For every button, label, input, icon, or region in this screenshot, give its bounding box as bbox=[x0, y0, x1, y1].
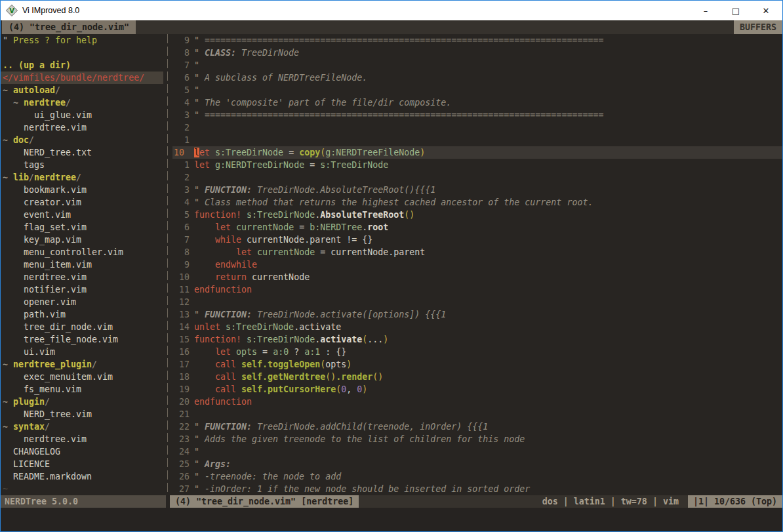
maximize-button[interactable]: □ bbox=[721, 1, 751, 20]
tree-item[interactable]: fs_menu.vim bbox=[1, 383, 163, 396]
code-line[interactable]: 6 let currentNode = b:NERDTree.root bbox=[172, 221, 782, 234]
code-line[interactable]: 5function! s:TreeDirNode.AbsoluteTreeRoo… bbox=[172, 209, 782, 221]
code-line[interactable]: 12 bbox=[172, 296, 782, 308]
tree-item[interactable]: ~ doc/ bbox=[1, 134, 163, 146]
code-line[interactable]: 18 call self.getNerdtree().render() bbox=[172, 371, 782, 383]
text-segment: syntax bbox=[13, 422, 45, 432]
code-line[interactable]: 10let s:TreeDirNode = copy(g:NERDTreeFil… bbox=[172, 146, 782, 159]
code-line[interactable]: 1 bbox=[172, 134, 782, 146]
text-segment: call bbox=[215, 372, 236, 382]
command-line[interactable] bbox=[1, 508, 782, 531]
code-line[interactable]: 10 return currentNode bbox=[172, 271, 782, 283]
tree-item[interactable]: ~ plugin/ bbox=[1, 396, 163, 408]
tree-item[interactable]: NERD_tree.vim bbox=[1, 408, 163, 420]
code-line[interactable]: 23" Adds the given treenode to the list … bbox=[172, 433, 782, 445]
tree-item[interactable] bbox=[1, 47, 163, 59]
tree-item[interactable]: ~ nerdtree_plugin/ bbox=[1, 358, 163, 371]
tree-item[interactable]: tree_dir_node.vim bbox=[1, 321, 163, 333]
close-button[interactable]: ✕ bbox=[751, 1, 781, 20]
code-line[interactable]: 2 bbox=[172, 171, 782, 184]
tree-item[interactable]: README.markdown bbox=[1, 470, 163, 483]
text-segment: . bbox=[315, 335, 320, 344]
code-text: function! s:TreeDirNode.AbsoluteTreeRoot… bbox=[194, 209, 414, 221]
code-line[interactable]: 22" FUNCTION: TreeDirNode.addChild(treen… bbox=[172, 420, 782, 433]
tree-item[interactable]: menu_item.vim bbox=[1, 258, 163, 271]
tab-line: (4) "tree_dir_node.vim" BUFFERS bbox=[1, 20, 782, 34]
text-segment bbox=[194, 247, 236, 257]
code-line[interactable]: 3" =====================================… bbox=[172, 109, 782, 121]
code-line[interactable]: 15function! s:TreeDirNode.activate(...) bbox=[172, 333, 782, 346]
text-segment: FUNCTION: bbox=[205, 185, 252, 195]
code-line[interactable]: 7" bbox=[172, 59, 782, 72]
code-line[interactable]: 20endfunction bbox=[172, 396, 782, 408]
tree-item[interactable]: </vimfiles/bundle/nerdtree/ bbox=[1, 72, 163, 84]
code-line[interactable]: 26" -treenode: the node to add bbox=[172, 470, 782, 483]
text-segment: " bbox=[3, 35, 13, 45]
tree-item[interactable]: NERD_tree.txt bbox=[1, 146, 163, 159]
code-line[interactable]: 16 let opts = a:0 ? a:1 : {} bbox=[172, 346, 782, 358]
tree-item[interactable]: ~ syntax/ bbox=[1, 420, 163, 433]
tree-item[interactable]: ~ lib/nerdtree/ bbox=[1, 171, 163, 184]
line-number: 5 bbox=[172, 209, 190, 221]
code-line[interactable]: 1let g:NERDTreeDirNode = s:TreeDirNode bbox=[172, 159, 782, 171]
minimize-button[interactable]: – bbox=[691, 1, 721, 20]
tree-item[interactable]: nerdtree.vim bbox=[1, 121, 163, 134]
code-line[interactable]: 21 bbox=[172, 408, 782, 420]
code-line[interactable]: 11endfunction bbox=[172, 283, 782, 296]
tree-item[interactable]: bookmark.vim bbox=[1, 184, 163, 196]
text-segment: / bbox=[66, 98, 71, 108]
text-segment: et bbox=[199, 148, 210, 157]
code-line[interactable]: 9" =====================================… bbox=[172, 34, 782, 47]
code-line[interactable]: 13" FUNCTION: TreeDirNode.activate([opti… bbox=[172, 308, 782, 321]
tree-item[interactable]: exec_menuitem.vim bbox=[1, 371, 163, 383]
buffer-tab[interactable]: (4) "tree_dir_node.vim" bbox=[2, 20, 136, 34]
text-segment: README.markdown bbox=[3, 472, 92, 481]
window-separator[interactable] bbox=[163, 34, 172, 495]
code-line[interactable]: 9 endwhile bbox=[172, 258, 782, 271]
tree-item[interactable]: ui_glue.vim bbox=[1, 109, 163, 121]
tree-item[interactable]: LICENCE bbox=[1, 458, 163, 470]
code-line[interactable]: 24" bbox=[172, 445, 782, 458]
tree-item[interactable]: nerdtree.vim bbox=[1, 433, 163, 445]
code-text: " FUNCTION: TreeDirNode.AbsoluteTreeRoot… bbox=[194, 184, 435, 196]
code-line[interactable]: 17 call self.toggleOpen(opts) bbox=[172, 358, 782, 371]
tree-item[interactable]: ~ autoload/ bbox=[1, 84, 163, 96]
code-line[interactable]: 19 call self.putCursorHere(0, 0) bbox=[172, 383, 782, 396]
tree-item[interactable]: CHANGELOG bbox=[1, 445, 163, 458]
code-line[interactable]: 25" Args: bbox=[172, 458, 782, 470]
text-segment: TreeDirNode bbox=[236, 48, 299, 58]
tree-item[interactable]: event.vim bbox=[1, 209, 163, 221]
code-line[interactable]: 8 let currentNode = currentNode.parent bbox=[172, 246, 782, 258]
code-line[interactable]: 6" A subclass of NERDTreeFileNode. bbox=[172, 72, 782, 84]
code-line[interactable]: 4" The 'composite' part of the file/dir … bbox=[172, 96, 782, 109]
tree-item[interactable]: ~ nerdtree/ bbox=[1, 96, 163, 109]
tree-item[interactable]: opener.vim bbox=[1, 296, 163, 308]
tree-item[interactable]: tags bbox=[1, 159, 163, 171]
code-line[interactable]: 27" -inOrder: 1 if the new node should b… bbox=[172, 483, 782, 495]
code-text: " FUNCTION: TreeDirNode.addChild(treenod… bbox=[194, 420, 488, 433]
code-line[interactable]: 8" CLASS: TreeDirNode bbox=[172, 47, 782, 59]
code-line[interactable]: 3" FUNCTION: TreeDirNode.AbsoluteTreeRoo… bbox=[172, 184, 782, 196]
tree-item[interactable]: ui.vim bbox=[1, 346, 163, 358]
tree-item[interactable]: menu_controller.vim bbox=[1, 246, 163, 258]
tree-item[interactable]: ~ bbox=[1, 483, 163, 495]
code-line[interactable]: 4" Class method that returns the highest… bbox=[172, 196, 782, 209]
text-segment: s:TreeDirNode bbox=[226, 322, 294, 332]
code-line[interactable]: 2 bbox=[172, 121, 782, 134]
tree-item[interactable]: key_map.vim bbox=[1, 234, 163, 246]
tree-item[interactable]: path.vim bbox=[1, 308, 163, 321]
code-line[interactable]: 7 while currentNode.parent != {} bbox=[172, 234, 782, 246]
text-segment: b:NERDTree bbox=[310, 222, 362, 232]
tree-item[interactable]: notifier.vim bbox=[1, 283, 163, 296]
tree-item[interactable]: creator.vim bbox=[1, 196, 163, 209]
tree-item[interactable]: .. (up a dir) bbox=[1, 59, 163, 72]
line-number: 10 bbox=[172, 271, 190, 283]
line-number: 12 bbox=[172, 296, 190, 308]
tree-item[interactable]: nerdtree.vim bbox=[1, 271, 163, 283]
tree-item[interactable]: tree_file_node.vim bbox=[1, 333, 163, 346]
tree-item[interactable]: flag_set.vim bbox=[1, 221, 163, 234]
line-number: 8 bbox=[172, 246, 190, 258]
code-line[interactable]: 14unlet s:TreeDirNode.activate bbox=[172, 321, 782, 333]
code-line[interactable]: 5" bbox=[172, 84, 782, 96]
tree-item[interactable]: " Press ? for help bbox=[1, 34, 163, 47]
